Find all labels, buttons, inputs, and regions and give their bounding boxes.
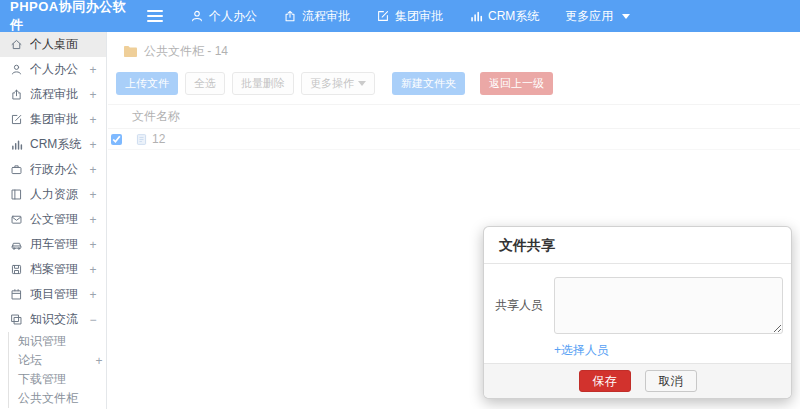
cancel-button[interactable]: 取消 [645, 370, 697, 392]
expand-icon[interactable]: + [88, 188, 98, 202]
column-header-filename: 文件名称 [132, 108, 180, 125]
expand-icon[interactable]: + [88, 113, 98, 127]
sidebar-item-archive-mgmt[interactable]: 档案管理 + [0, 257, 106, 282]
sidebar-item-document-mgmt[interactable]: 公文管理 + [0, 207, 106, 232]
expand-icon[interactable]: + [88, 288, 98, 302]
book-icon [10, 188, 23, 201]
select-all-button[interactable]: 全选 [185, 72, 225, 95]
knowledge-submenu: 知识管理 论坛 + 下载管理 公共文件柜 [8, 332, 106, 408]
sidebar-subitem-forum[interactable]: 论坛 + [9, 351, 106, 370]
sidebar-subitem-public-file-cabinet[interactable]: 公共文件柜 [9, 389, 106, 408]
nav-item-label: 更多应用 [565, 8, 613, 25]
file-table-header: 文件名称 [108, 104, 800, 129]
share-icon [283, 9, 297, 23]
toolbar: 上传文件 全选 批量删除 更多操作 新建文件夹 返回上一级 [108, 69, 800, 104]
briefcase-icon [10, 163, 23, 176]
expand-icon[interactable]: + [88, 163, 98, 177]
bar-chart-icon [10, 138, 23, 151]
nav-item-label: 个人办公 [209, 8, 257, 25]
table-row[interactable]: 12 [108, 129, 800, 150]
upload-file-button[interactable]: 上传文件 [116, 72, 178, 95]
sidebar-item-group-approval[interactable]: 集团审批 + [0, 107, 106, 132]
sidebar-item-project-mgmt[interactable]: 项目管理 + [0, 282, 106, 307]
sidebar-item-crm[interactable]: CRM系统 + [0, 132, 106, 157]
sidebar-item-workflow-approval[interactable]: 流程审批 + [0, 82, 106, 107]
new-folder-button[interactable]: 新建文件夹 [392, 72, 465, 95]
mail-icon [10, 213, 23, 226]
share-members-textarea[interactable] [554, 277, 783, 334]
select-members-link[interactable]: +选择人员 [554, 342, 609, 359]
sidebar-item-vehicle-mgmt[interactable]: 用车管理 + [0, 232, 106, 257]
file-share-modal: 文件共享 共享人员 +选择人员 保存 取消 [483, 226, 792, 399]
caret-down-icon [622, 14, 630, 19]
nav-item-label: 流程审批 [302, 8, 350, 25]
nav-item-label: 集团审批 [395, 8, 443, 25]
archive-icon [10, 263, 23, 276]
nav-item-workflow-approval[interactable]: 流程审批 [270, 0, 363, 32]
modal-header: 文件共享 [484, 227, 791, 264]
breadcrumb-text: 公共文件柜 - 14 [144, 43, 228, 60]
batch-delete-button[interactable]: 批量删除 [232, 72, 294, 95]
edit-icon [10, 113, 23, 126]
file-table: 文件名称 12 [108, 104, 800, 150]
sidebar: 个人桌面 个人办公 + 流程审批 + 集团审批 + CRM系统 + 行政办公 +… [0, 32, 107, 409]
expand-icon[interactable]: + [88, 88, 98, 102]
nav-item-personal-office[interactable]: 个人办公 [177, 0, 270, 32]
sidebar-item-personal-office[interactable]: 个人办公 + [0, 57, 106, 82]
file-icon [135, 133, 148, 146]
folder-icon [123, 45, 138, 58]
nav-item-crm[interactable]: CRM系统 [456, 0, 552, 32]
expand-icon[interactable]: + [88, 63, 98, 77]
nav-item-more-apps[interactable]: 更多应用 [552, 0, 643, 32]
user-icon [10, 63, 23, 76]
edit-icon [376, 9, 390, 23]
sidebar-subitem-knowledge-mgmt[interactable]: 知识管理 [9, 332, 106, 351]
share-icon [10, 88, 23, 101]
row-checkbox[interactable] [111, 134, 122, 145]
save-button[interactable]: 保存 [579, 370, 631, 392]
file-name: 12 [152, 132, 165, 146]
modal-title: 文件共享 [499, 237, 555, 253]
nav-item-label: CRM系统 [488, 8, 539, 25]
expand-icon[interactable]: + [88, 263, 98, 277]
collapse-icon[interactable]: − [88, 313, 98, 327]
top-navbar: PHPOA协同办公软件 个人办公 流程审批 集团审批 CRM系统 更多应用 [0, 0, 800, 32]
sidebar-item-hr[interactable]: 人力资源 + [0, 182, 106, 207]
share-members-label: 共享人员 [484, 297, 554, 314]
sidebar-item-knowledge-exchange[interactable]: 知识交流 − [0, 307, 106, 332]
car-icon [10, 238, 23, 251]
modal-footer: 保存 取消 [484, 363, 791, 398]
back-button[interactable]: 返回上一级 [480, 72, 553, 95]
modal-body: 共享人员 +选择人员 [484, 264, 791, 363]
menu-toggle-icon[interactable] [147, 10, 163, 22]
expand-icon[interactable]: + [88, 238, 98, 252]
sidebar-subitem-download-mgmt[interactable]: 下载管理 [9, 370, 106, 389]
home-icon [10, 38, 23, 51]
user-icon [190, 9, 204, 23]
breadcrumb: 公共文件柜 - 14 [108, 32, 800, 69]
sidebar-item-personal-desktop[interactable]: 个人桌面 [0, 32, 106, 57]
sidebar-item-admin-office[interactable]: 行政办公 + [0, 157, 106, 182]
more-actions-button[interactable]: 更多操作 [301, 72, 375, 95]
app-logo: PHPOA协同办公软件 [0, 0, 145, 34]
copy-icon [10, 313, 23, 326]
expand-icon[interactable]: + [88, 213, 98, 227]
bar-chart-icon [469, 9, 483, 23]
caret-down-icon [358, 81, 366, 86]
nav-item-group-approval[interactable]: 集团审批 [363, 0, 456, 32]
calendar-icon [10, 288, 23, 301]
expand-icon[interactable]: + [92, 354, 106, 368]
expand-icon[interactable]: + [88, 138, 98, 152]
